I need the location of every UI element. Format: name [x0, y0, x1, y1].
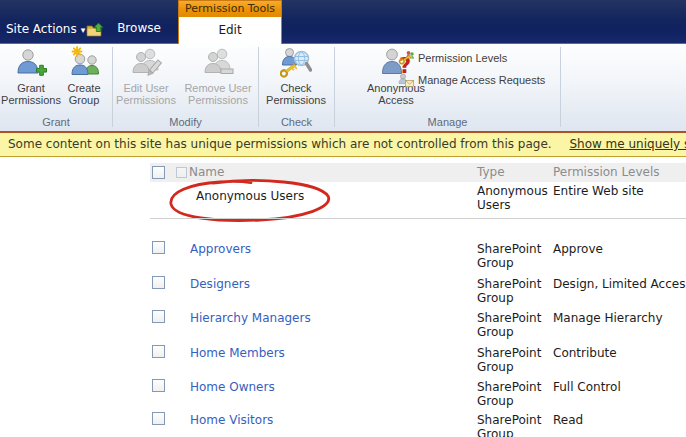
permission-levels-icon — [398, 50, 414, 66]
row-checkbox[interactable] — [152, 276, 165, 289]
manage-access-requests-icon — [398, 72, 414, 88]
anonymous-users-name: Anonymous Users — [196, 189, 304, 203]
group-divider — [112, 47, 113, 127]
remove-user-permissions-button[interactable]: Remove User Permissions — [179, 46, 257, 106]
column-header-type: Type — [477, 165, 505, 179]
grant-permissions-button[interactable]: Grant Permissions — [2, 46, 60, 106]
grant-permissions-icon — [15, 46, 47, 78]
site-actions-menu[interactable]: Site Actions▾ — [6, 22, 85, 36]
group-label-grant: Grant — [0, 116, 112, 129]
permission-levels-button[interactable]: Permission Levels — [398, 50, 507, 66]
edit-user-permissions-button[interactable]: Edit User Permissions — [114, 46, 178, 106]
select-all-checkbox[interactable] — [152, 166, 165, 179]
status-message: Some content on this site has unique per… — [8, 137, 552, 151]
group-divider — [560, 47, 561, 127]
create-group-button[interactable]: Create Group — [59, 46, 109, 106]
name-header-checkbox-icon — [176, 167, 187, 178]
row-permission: Design, Limited Access — [553, 277, 686, 291]
create-group-icon — [68, 46, 100, 78]
row-checkbox[interactable] — [152, 310, 165, 323]
group-link[interactable]: Home Owners — [190, 380, 275, 394]
row-type: SharePoint Group — [477, 380, 551, 408]
row-permission: Full Control — [553, 380, 621, 394]
navigate-up-button[interactable] — [86, 22, 105, 38]
anonymous-users-permission: Entire Web site — [553, 184, 644, 198]
edit-user-permissions-icon — [130, 46, 162, 78]
row-permission: Read — [553, 413, 583, 427]
top-nav-bar: Site Actions▾ Browse Permission Tools Ed… — [0, 0, 686, 44]
group-label-manage: Manage — [335, 116, 560, 129]
tab-browse[interactable]: Browse — [110, 0, 168, 43]
group-link[interactable]: Designers — [190, 277, 250, 291]
row-permission: Contribute — [553, 346, 617, 360]
group-link[interactable]: Home Visitors — [190, 413, 273, 427]
check-permissions-icon — [280, 46, 312, 78]
row-type: SharePoint Group — [477, 346, 551, 374]
row-checkbox[interactable] — [152, 379, 165, 392]
group-label-modify: Modify — [113, 116, 258, 129]
group-link[interactable]: Hierarchy Managers — [190, 311, 311, 325]
row-type: SharePoint Group — [477, 311, 551, 339]
group-divider — [258, 47, 259, 127]
column-header-permission-levels: Permission Levels — [553, 165, 659, 179]
chevron-down-icon: ▾ — [81, 25, 86, 35]
manage-access-requests-button[interactable]: Manage Access Requests — [398, 72, 545, 88]
table-header: Name Type Permission Levels — [150, 163, 686, 182]
row-checkbox[interactable] — [152, 412, 165, 425]
row-checkbox[interactable] — [152, 241, 165, 254]
group-link[interactable]: Approvers — [190, 242, 251, 256]
group-link[interactable]: Home Members — [190, 346, 285, 360]
group-divider — [334, 47, 335, 127]
section-divider — [150, 218, 686, 219]
row-permission: Approve — [553, 242, 603, 256]
row-type: SharePoint Group — [477, 413, 551, 437]
folder-up-icon — [86, 22, 105, 38]
anonymous-users-type: Anonymous Users — [477, 184, 551, 212]
row-type: SharePoint Group — [477, 277, 551, 305]
check-permissions-button[interactable]: Check Permissions — [261, 46, 331, 106]
row-checkbox[interactable] — [152, 345, 165, 358]
tab-edit[interactable]: Edit — [178, 17, 282, 45]
ribbon: Grant Permissions Create Group Grant — [0, 44, 686, 131]
remove-user-permissions-icon — [202, 46, 234, 78]
row-permission: Manage Hierarchy — [553, 311, 662, 325]
group-label-check: Check — [259, 116, 334, 129]
status-bar: Some content on this site has unique per… — [0, 131, 686, 157]
row-type: SharePoint Group — [477, 242, 551, 270]
column-header-name: Name — [189, 165, 224, 179]
contextual-group-permission-tools: Permission Tools — [178, 0, 282, 17]
show-uniquely-secured-link[interactable]: Show me uniquely secured — [569, 137, 686, 151]
site-actions-label: Site Actions — [6, 22, 77, 36]
sharepoint-permissions-page: Site Actions▾ Browse Permission Tools Ed… — [0, 0, 686, 437]
